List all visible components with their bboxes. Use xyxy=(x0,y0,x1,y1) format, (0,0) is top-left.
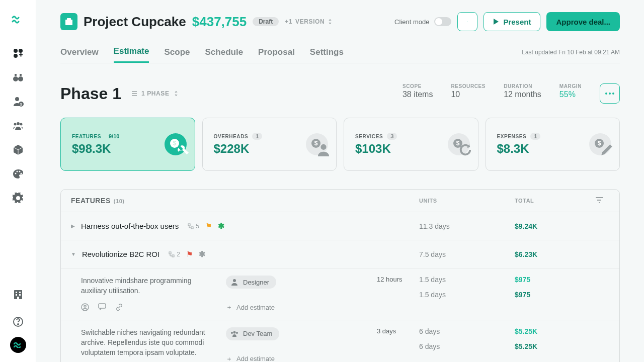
brand-avatar-icon[interactable] xyxy=(10,337,26,353)
card-services[interactable]: SERVICES3 $103K $ xyxy=(344,118,478,171)
subtask-total: $5.25K xyxy=(515,327,595,335)
column-total: TOTAL xyxy=(515,198,595,204)
subtasks-icon: 2 xyxy=(169,251,180,258)
client-mode-toggle[interactable]: Client mode xyxy=(394,17,451,26)
nav-help-icon[interactable] xyxy=(12,316,24,328)
svg-point-56 xyxy=(231,332,233,334)
nav-binoculars-icon[interactable] xyxy=(12,71,24,83)
table-row[interactable]: ▶ Harness out-of-the-box users 5 ⚑ ✱ 11.… xyxy=(61,212,619,240)
tabs: Overview Estimate Scope Schedule Proposa… xyxy=(60,41,620,63)
svg-rect-23 xyxy=(16,294,17,296)
add-estimate-button[interactable]: ＋Add estimate xyxy=(226,303,377,312)
column-units: UNITS xyxy=(419,198,515,204)
svg-point-57 xyxy=(236,332,238,334)
svg-point-37 xyxy=(612,93,614,95)
row-title: Harness out-of-the-box users xyxy=(81,222,179,230)
svg-point-0 xyxy=(14,49,18,53)
card-features[interactable]: FEATURES9/10 $98.3K $ xyxy=(60,118,195,171)
phase-selector[interactable]: 1 PHASE xyxy=(131,90,179,97)
approve-deal-button[interactable]: Approve deal... xyxy=(546,12,620,31)
row-units: 11.3 days xyxy=(419,222,515,230)
svg-rect-21 xyxy=(16,292,17,293)
nav-cube-icon[interactable] xyxy=(12,144,24,156)
nav-team-icon[interactable] xyxy=(12,120,24,132)
phase-title: Phase 1 xyxy=(60,84,121,103)
link-icon[interactable] xyxy=(115,303,123,313)
nav-settings-icon[interactable] xyxy=(12,192,24,204)
role-time: 12 hours xyxy=(377,276,419,283)
phase-more-button[interactable] xyxy=(600,83,620,104)
nav-dashboard-icon[interactable] xyxy=(12,47,24,59)
flag-icon: ⚑ xyxy=(186,250,193,259)
svg-point-17 xyxy=(16,171,18,172)
table-row[interactable]: ▼ Revolutionize B2C ROI 2 ⚑ ✱ 7.5 days $… xyxy=(61,240,619,268)
role-chip[interactable]: Dev Team xyxy=(226,327,279,340)
asterisk-icon: ✱ xyxy=(218,221,224,231)
subtask-total: $5.25K xyxy=(515,342,595,350)
collapse-icon[interactable]: ▼ xyxy=(71,251,76,257)
sidebar: $ xyxy=(0,0,36,362)
content: Phase 1 1 PHASE SCOPE38 items RESOURCES1… xyxy=(36,63,644,362)
comment-icon[interactable] xyxy=(98,303,106,313)
stat-resources: RESOURCES10 xyxy=(451,83,486,104)
expand-icon[interactable]: ▶ xyxy=(71,223,75,229)
svg-point-27 xyxy=(18,324,19,325)
project-title: Project Cupcake xyxy=(84,14,186,30)
present-button[interactable]: Present xyxy=(484,12,540,31)
project-amount: $437,755 xyxy=(192,14,247,30)
tab-settings[interactable]: Settings xyxy=(310,42,344,62)
more-actions-button[interactable] xyxy=(457,12,477,31)
svg-point-14 xyxy=(14,123,16,126)
svg-point-35 xyxy=(605,93,607,95)
svg-point-13 xyxy=(17,122,20,125)
svg-rect-47 xyxy=(188,224,190,226)
svg-rect-22 xyxy=(19,292,21,293)
row-title: Revolutionize B2C ROI xyxy=(82,250,159,258)
dollar-refresh-icon: $ xyxy=(448,133,470,155)
project-icon xyxy=(60,13,77,30)
subtask-desc: Innovative mindshare programming auxilia… xyxy=(81,276,226,296)
subtasks-icon: 5 xyxy=(188,223,199,230)
row-total: $6.23K xyxy=(515,250,595,258)
nav-user-dollar-icon[interactable]: $ xyxy=(12,96,24,108)
tab-schedule[interactable]: Schedule xyxy=(205,42,244,62)
nav-palette-icon[interactable] xyxy=(12,168,24,180)
svg-point-52 xyxy=(84,305,86,307)
svg-rect-8 xyxy=(15,74,17,76)
add-estimate-button[interactable]: ＋Add estimate xyxy=(226,354,377,362)
svg-point-2 xyxy=(14,54,18,58)
last-updated: Last updated Fri 10 Feb at 09:21 AM xyxy=(522,49,620,56)
tab-scope[interactable]: Scope xyxy=(164,42,190,62)
svg-point-10 xyxy=(15,97,19,101)
tab-estimate[interactable]: Estimate xyxy=(114,41,149,63)
svg-point-36 xyxy=(609,93,611,95)
filter-icon[interactable] xyxy=(595,197,615,204)
svg-point-18 xyxy=(19,171,20,172)
user-icon xyxy=(230,278,239,287)
subtask-units: 1.5 days xyxy=(419,291,515,299)
dollar-wrench-icon: $ xyxy=(165,133,187,155)
brand-logo-icon[interactable] xyxy=(12,11,25,27)
subtask-units: 6 days xyxy=(419,327,515,335)
table-header-count: (10) xyxy=(114,198,125,204)
subtask-total: $975 xyxy=(515,291,595,299)
role-chip[interactable]: Designer xyxy=(226,276,276,289)
tab-proposal[interactable]: Proposal xyxy=(258,42,295,62)
row-total: $9.24K xyxy=(515,222,595,230)
assignee-icon[interactable] xyxy=(81,303,89,313)
svg-rect-25 xyxy=(17,297,19,299)
card-expenses[interactable]: EXPENSES1 $8.3K $ xyxy=(486,118,620,171)
toggle-switch-icon[interactable] xyxy=(434,17,451,26)
svg-rect-48 xyxy=(191,227,193,229)
card-overheads[interactable]: OVERHEADS1 $228K $ xyxy=(202,118,337,171)
features-table: FEATURES(10) UNITS TOTAL ▶ Harness out-o… xyxy=(60,189,620,362)
nav-building-icon[interactable] xyxy=(12,289,24,301)
svg-point-31 xyxy=(68,21,70,23)
version-selector[interactable]: +1VERSION xyxy=(285,18,333,25)
svg-text:$: $ xyxy=(20,103,22,106)
svg-rect-24 xyxy=(19,294,21,296)
svg-point-15 xyxy=(20,123,22,126)
svg-rect-7 xyxy=(17,78,19,79)
flag-icon: ⚑ xyxy=(205,222,212,231)
tab-overview[interactable]: Overview xyxy=(60,42,99,62)
